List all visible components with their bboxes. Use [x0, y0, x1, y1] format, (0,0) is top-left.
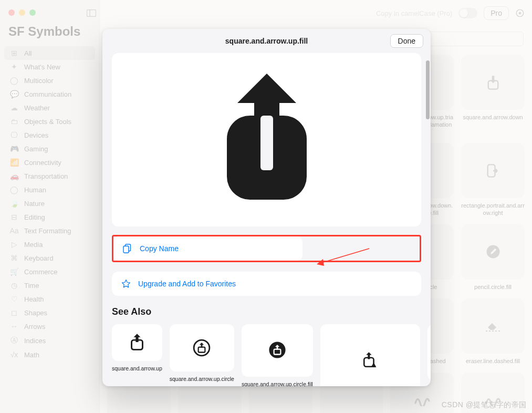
- related-symbol[interactable]: square.and.arrow.up: [112, 324, 162, 386]
- svg-rect-23: [199, 347, 205, 352]
- upgrade-favorites-button[interactable]: Upgrade and Add to Favorites: [112, 272, 421, 296]
- svg-rect-27: [376, 364, 377, 366]
- related-tile: [427, 324, 431, 380]
- svg-rect-18: [123, 246, 129, 253]
- annotation-highlight: Copy Name: [112, 235, 421, 262]
- done-button[interactable]: Done: [390, 34, 423, 48]
- related-symbol[interactable]: square.and.arrow.up.trianglebadge.excla: [320, 324, 420, 386]
- related-symbol[interactable]: square.and.arrow.up.on.square: [427, 324, 431, 386]
- related-tile: [320, 324, 420, 386]
- related-tile: [242, 324, 313, 377]
- svg-rect-16: [260, 116, 273, 170]
- scrollbar-thumb[interactable]: [426, 60, 430, 119]
- star-icon: [121, 279, 131, 288]
- copy-name-button[interactable]: Copy Name: [113, 236, 302, 261]
- related-caption: square.and.arrow.up: [112, 365, 162, 372]
- sheet-header: square.and.arrow.up.fill Done: [102, 29, 431, 53]
- see-also-section: See Also square.and.arrow.upsquare.and.a…: [112, 306, 421, 386]
- copy-icon: [123, 244, 132, 253]
- share-fill-icon: [214, 71, 319, 208]
- symbol-detail-sheet: square.and.arrow.up.fill Done Copy Name: [102, 29, 431, 386]
- svg-point-28: [375, 366, 377, 367]
- symbol-preview: [112, 53, 421, 226]
- upgrade-label: Upgrade and Add to Favorites: [138, 280, 236, 288]
- related-caption: square.and.arrow.up.circle.fill: [242, 381, 313, 386]
- copy-name-label: Copy Name: [140, 244, 179, 253]
- related-tile: [112, 324, 162, 361]
- related-caption: square.and.arrow.up.circle: [170, 376, 234, 383]
- related-tile: [170, 324, 234, 371]
- sheet-title: square.and.arrow.up.fill: [225, 37, 308, 45]
- see-also-heading: See Also: [112, 306, 421, 317]
- related-symbol[interactable]: square.and.arrow.up.circle.fill: [242, 324, 313, 386]
- related-symbol[interactable]: square.and.arrow.up.circle: [170, 324, 234, 386]
